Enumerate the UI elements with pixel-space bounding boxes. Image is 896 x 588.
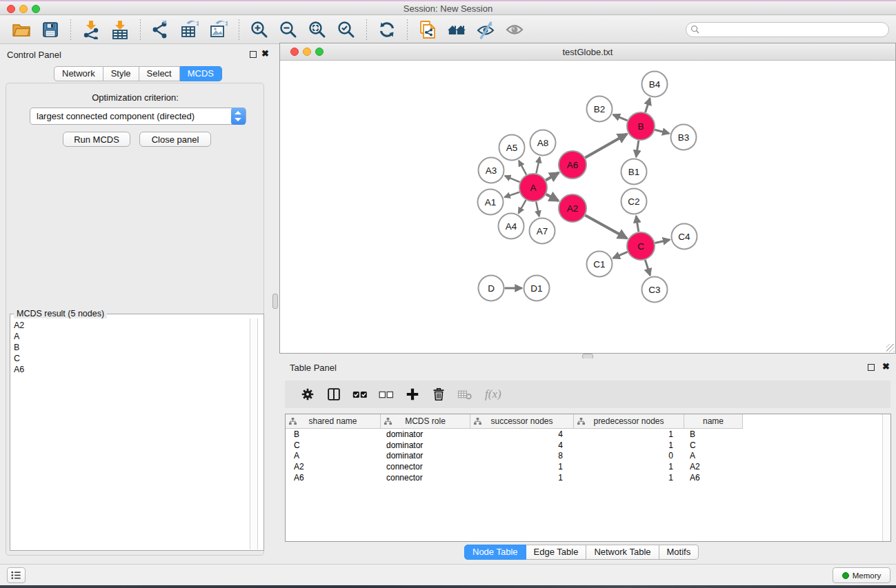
graph-node-B4[interactable]: B4 — [642, 72, 668, 97]
tab-edge-table[interactable]: Edge Table — [526, 545, 587, 560]
table-panel-float-icon[interactable] — [868, 364, 875, 371]
table-scrollbar[interactable] — [882, 414, 890, 541]
graph-node-B2[interactable]: B2 — [587, 97, 613, 122]
first-neighbors-icon[interactable] — [446, 19, 467, 40]
table-cell[interactable]: B — [684, 429, 743, 440]
export-network-icon[interactable] — [150, 19, 171, 40]
table-cell[interactable]: A6 — [286, 473, 381, 484]
graph-node-B[interactable]: B — [627, 112, 655, 140]
run-mcds-button[interactable]: Run MCDS — [63, 132, 130, 147]
graph-node-C4[interactable]: C4 — [672, 224, 697, 250]
graph-node-A[interactable]: A — [519, 174, 547, 201]
tab-select[interactable]: Select — [139, 66, 180, 81]
graph-node-A5[interactable]: A5 — [499, 135, 525, 161]
table-cell[interactable]: dominator — [381, 429, 470, 440]
table-cell[interactable]: connector — [381, 473, 470, 484]
add-column-icon[interactable] — [404, 385, 421, 403]
show-all-icon[interactable] — [504, 19, 525, 40]
zoom-selected-icon[interactable] — [336, 19, 357, 40]
table-cell[interactable]: 1 — [574, 462, 684, 473]
select-all-icon[interactable] — [351, 385, 369, 403]
table-cell[interactable]: dominator — [381, 440, 470, 452]
export-image-icon[interactable] — [208, 19, 229, 40]
column-header-predecessor-nodes[interactable]: predecessor nodes — [574, 414, 684, 429]
zoom-fit-icon[interactable] — [307, 19, 328, 40]
table-cell[interactable]: A2 — [684, 462, 743, 473]
import-network-icon[interactable] — [81, 19, 101, 40]
window-resize-grip[interactable] — [886, 344, 895, 352]
network-window-titlebar[interactable]: testGlobe.txt — [280, 43, 895, 61]
graph-edge-B-B3[interactable] — [655, 130, 669, 133]
mcds-result-item[interactable]: A — [14, 331, 247, 342]
export-table-icon[interactable] — [179, 19, 200, 40]
table-cell[interactable]: 0 — [574, 451, 684, 462]
mcds-list-scrollbar[interactable] — [250, 318, 258, 549]
graph-node-B1[interactable]: B1 — [621, 159, 647, 185]
delete-column-icon[interactable] — [430, 385, 448, 403]
graph-edge-A-A8[interactable] — [536, 157, 539, 173]
column-header-successor-nodes[interactable]: successor nodes — [470, 414, 574, 429]
open-session-icon[interactable] — [11, 19, 32, 40]
column-header-mcds-role[interactable]: MCDS role — [381, 414, 470, 429]
graph-edge-A-A2[interactable] — [546, 194, 559, 201]
table-row[interactable]: Cdominator41C — [286, 440, 890, 452]
zoom-in-icon[interactable] — [249, 19, 270, 40]
graph-edge-A-A7[interactable] — [536, 202, 539, 216]
graph-node-A3[interactable]: A3 — [479, 158, 504, 183]
tab-node-table[interactable]: Node Table — [464, 545, 526, 560]
table-cell[interactable]: 1 — [574, 429, 684, 440]
close-panel-button[interactable]: Close panel — [139, 132, 211, 147]
table-row[interactable]: Adominator80A — [286, 451, 890, 462]
tab-network[interactable]: Network — [54, 66, 103, 81]
vertical-splitter-grip[interactable] — [272, 294, 278, 309]
table-cell[interactable]: 1 — [470, 462, 574, 473]
tab-network-table[interactable]: Network Table — [586, 545, 659, 560]
graph-node-C3[interactable]: C3 — [642, 277, 668, 303]
graph-edge-B-B1[interactable] — [636, 141, 639, 157]
function-builder-icon[interactable]: f(x) — [485, 387, 501, 401]
graph-edge-A2-C[interactable] — [585, 215, 627, 239]
graph-edge-C-C1[interactable] — [613, 252, 628, 258]
mcds-result-item[interactable]: C — [14, 353, 247, 364]
graph-node-D1[interactable]: D1 — [524, 276, 550, 301]
table-cell[interactable]: A2 — [286, 462, 381, 473]
graph-edge-A6-B[interactable] — [585, 134, 627, 157]
tab-mcds[interactable]: MCDS — [180, 66, 222, 81]
save-session-icon[interactable] — [40, 19, 61, 40]
table-cell[interactable]: 1 — [470, 473, 574, 484]
table-row[interactable]: A6connector11A6 — [286, 473, 890, 484]
mcds-result-item[interactable]: B — [14, 342, 247, 353]
graph-node-B3[interactable]: B3 — [671, 125, 697, 150]
task-history-button[interactable] — [7, 567, 26, 583]
graph-node-A7[interactable]: A7 — [530, 219, 555, 244]
hide-selected-icon[interactable] — [475, 19, 496, 40]
show-column-icon[interactable] — [325, 385, 343, 403]
table-cell[interactable]: A — [286, 451, 381, 462]
table-cell[interactable]: B — [286, 429, 381, 440]
graph-node-A8[interactable]: A8 — [530, 130, 556, 156]
graph-edge-A-A4[interactable] — [519, 200, 526, 213]
graph-edge-B-B2[interactable] — [613, 114, 628, 121]
table-cell[interactable]: C — [286, 440, 381, 452]
graph-node-C1[interactable]: C1 — [587, 252, 613, 277]
criterion-dropdown[interactable]: largest connected component (directed) — [30, 108, 246, 125]
graph-edge-A-A5[interactable] — [519, 161, 526, 175]
column-header-shared-name[interactable]: shared name — [286, 414, 381, 429]
table-cell[interactable]: 4 — [470, 440, 574, 452]
table-cell[interactable]: 4 — [470, 429, 574, 440]
graph-node-A4[interactable]: A4 — [499, 214, 524, 239]
graph-edge-C-C3[interactable] — [645, 260, 650, 275]
graph-edge-A-A6[interactable] — [546, 173, 559, 181]
table-cell[interactable]: C — [684, 440, 743, 452]
import-table-icon[interactable] — [110, 19, 130, 40]
deselect-all-icon[interactable] — [377, 385, 395, 403]
column-header-name[interactable]: name — [684, 414, 743, 429]
table-cell[interactable]: A — [684, 451, 743, 462]
graph-edge-A-A3[interactable] — [505, 176, 520, 182]
control-panel-close-icon[interactable]: ✖ — [261, 50, 269, 58]
zoom-out-icon[interactable] — [278, 19, 299, 40]
graph-node-A1[interactable]: A1 — [478, 190, 504, 215]
graph-node-D[interactable]: D — [479, 276, 504, 301]
graph-node-A2[interactable]: A2 — [559, 194, 586, 222]
mcds-result-item[interactable]: A6 — [14, 364, 247, 375]
